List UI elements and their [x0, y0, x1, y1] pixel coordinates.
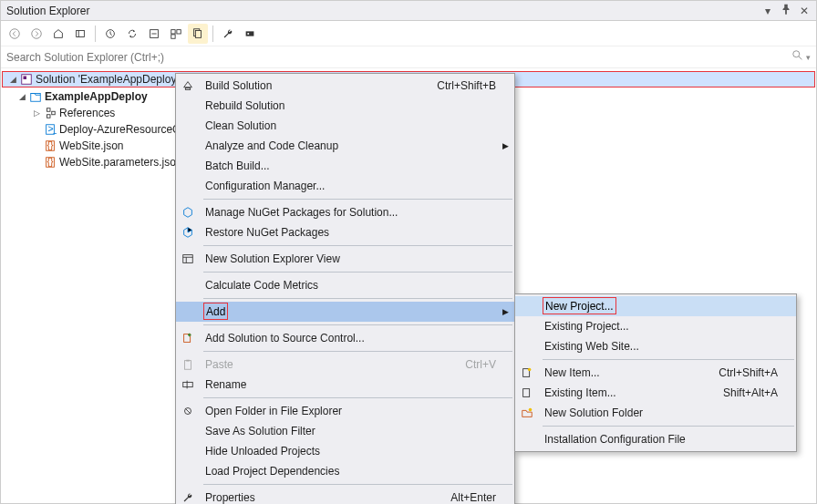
svg-rect-2 [77, 30, 85, 36]
menu-separator [203, 351, 512, 352]
menu-nuget-restore[interactable]: Restore NuGet Packages [176, 222, 514, 242]
window-controls: ▾ ✕ [761, 3, 811, 18]
json-file-icon: {} [44, 139, 57, 152]
close-icon[interactable]: ✕ [798, 5, 811, 17]
menu-load-deps[interactable]: Load Project Dependencies [176, 461, 514, 481]
menu-batch[interactable]: Batch Build... [176, 156, 514, 176]
menu-separator [203, 298, 512, 299]
expander-icon[interactable]: ▷ [32, 108, 41, 118]
separator [212, 26, 213, 42]
dropdown-icon[interactable]: ▾ [761, 5, 774, 17]
references-icon [44, 107, 57, 119]
home-button[interactable] [48, 24, 68, 44]
sync-button[interactable] [122, 24, 142, 44]
svg-point-0 [10, 28, 20, 38]
menu-separator [543, 359, 794, 360]
file-label: WebSite.parameters.jso [59, 156, 176, 169]
svg-rect-10 [246, 31, 254, 36]
menu-open-folder[interactable]: Open Folder in File Explorer [176, 401, 514, 421]
menu-new-view[interactable]: New Solution Explorer View [176, 249, 514, 269]
submenu-new-project[interactable]: New Project... New Project... [515, 296, 796, 316]
titlebar: Solution Explorer ▾ ✕ [1, 1, 816, 21]
folder-open-icon [181, 404, 195, 418]
menu-properties[interactable]: Properties Alt+Enter [176, 488, 514, 504]
svg-text:>_: >_ [47, 123, 57, 134]
menu-hide-unloaded[interactable]: Hide Unloaded Projects [176, 441, 514, 461]
rename-icon [181, 377, 195, 392]
forward-button[interactable] [26, 24, 47, 44]
solution-icon [20, 73, 33, 86]
show-all-button[interactable] [166, 24, 186, 44]
submenu-existing-item[interactable]: Existing Item... Shift+Alt+A [515, 383, 796, 403]
menu-rebuild[interactable]: Rebuild Solution [176, 96, 514, 116]
references-label: References [59, 107, 115, 119]
restore-icon [181, 225, 195, 240]
submenu-arrow-icon: ▶ [502, 141, 509, 150]
svg-point-32 [528, 368, 532, 372]
back-button[interactable] [5, 24, 25, 44]
submenu-existing-website[interactable]: Existing Web Site... [515, 336, 796, 356]
menu-analyze[interactable]: Analyze and Code Cleanup▶ [176, 136, 514, 156]
collapse-button[interactable] [144, 24, 164, 44]
preview-button[interactable] [188, 24, 208, 44]
svg-rect-29 [186, 360, 190, 362]
submenu-install-config[interactable]: Installation Configuration File [515, 429, 796, 449]
paste-icon [181, 357, 195, 372]
new-item-icon [520, 365, 534, 380]
existing-item-icon [520, 386, 534, 400]
svg-text:{}: {} [47, 139, 55, 150]
wrench-icon [181, 490, 195, 504]
svg-rect-17 [47, 115, 51, 118]
context-menu: Build Solution Ctrl+Shift+B Rebuild Solu… [175, 73, 515, 504]
svg-point-12 [793, 51, 800, 57]
solution-label: Solution 'ExampleAppDeploy' [36, 73, 179, 86]
menu-add[interactable]: Add Add ▶ [176, 302, 514, 322]
view-icon [181, 252, 195, 266]
search-dropdown-icon[interactable]: ▾ [806, 53, 811, 62]
preview-selected-button[interactable] [240, 24, 260, 44]
search-icon[interactable] [791, 49, 804, 65]
menu-clean[interactable]: Clean Solution [176, 116, 514, 136]
separator [95, 26, 96, 42]
menu-save-filter[interactable]: Save As Solution Filter [176, 421, 514, 441]
nuget-icon [181, 205, 195, 220]
project-icon [29, 90, 42, 103]
svg-rect-33 [523, 389, 530, 397]
svg-rect-28 [185, 361, 191, 370]
svg-rect-30 [183, 382, 193, 386]
menu-paste[interactable]: Paste Ctrl+V [176, 355, 514, 375]
svg-rect-16 [47, 108, 51, 112]
file-label: WebSite.json [59, 139, 123, 152]
menu-nuget-manage[interactable]: Manage NuGet Packages for Solution... [176, 202, 514, 222]
switch-view-button[interactable] [70, 24, 90, 44]
svg-rect-9 [195, 30, 201, 37]
pending-changes-button[interactable] [100, 24, 120, 44]
menu-source-control[interactable]: Add Solution to Source Control... [176, 328, 514, 348]
menu-build[interactable]: Build Solution Ctrl+Shift+B [176, 76, 514, 96]
add-icon [181, 331, 195, 345]
svg-rect-6 [177, 29, 181, 33]
menu-rename[interactable]: Rename [176, 375, 514, 395]
search-input[interactable] [6, 51, 791, 64]
expander-icon[interactable]: ◢ [17, 92, 26, 101]
build-icon [181, 78, 195, 93]
search-bar[interactable]: ▾ [1, 46, 816, 68]
svg-rect-7 [171, 34, 175, 37]
menu-separator [203, 272, 512, 273]
menu-separator [543, 426, 794, 427]
submenu-new-folder[interactable]: New Solution Folder [515, 403, 796, 423]
folder-icon [520, 406, 534, 420]
svg-rect-14 [24, 77, 27, 80]
menu-separator [203, 199, 512, 200]
expander-icon[interactable]: ◢ [8, 75, 17, 84]
svg-text:{}: {} [47, 156, 55, 167]
svg-point-34 [529, 408, 533, 412]
pin-icon[interactable] [780, 3, 792, 18]
menu-metrics[interactable]: Calculate Code Metrics [176, 275, 514, 295]
properties-button[interactable] [218, 24, 238, 44]
menu-config[interactable]: Configuration Manager... [176, 176, 514, 196]
toolbar [1, 21, 816, 46]
menu-separator [203, 324, 512, 325]
submenu-new-item[interactable]: New Item... Ctrl+Shift+A [515, 363, 796, 383]
submenu-existing-project[interactable]: Existing Project... [515, 316, 796, 336]
